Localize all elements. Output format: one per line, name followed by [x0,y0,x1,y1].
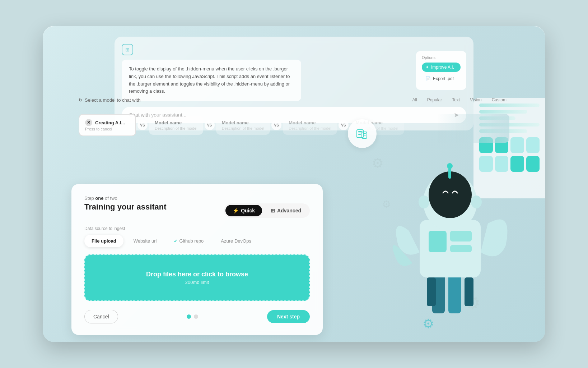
svg-rect-8 [448,270,461,313]
ai-icon-circle [348,119,377,148]
options-panel: Options ✦ Improve A.I. 📄 Export .pdf [416,51,466,90]
gear-icon-2: ⚙ [382,198,391,210]
file-icon: 📄 [425,76,431,81]
step-dot-2 [194,314,198,319]
cancel-button[interactable]: Cancel [84,310,118,323]
svg-point-16 [429,171,472,218]
training-panel: Step one of two Training your assitant ⚡… [71,184,323,335]
gear-icon-1: ⚙ [372,155,384,171]
source-azure-devops[interactable]: Azure DevOps [214,235,258,247]
svg-rect-2 [358,133,362,133]
svg-rect-3 [358,134,361,135]
svg-rect-6 [363,135,366,135]
vs-badge-1: VS [137,120,148,130]
filter-vision[interactable]: Vision [467,96,484,104]
drop-zone-subtitle: 200mb limit [185,280,209,285]
svg-point-17 [419,196,429,208]
creating-model-card[interactable]: ✕ Creating A.I... Press to cancel [79,114,136,136]
file-drop-zone[interactable]: Drop files here or click to browse 200mb… [84,254,310,301]
filter-popular[interactable]: Popular [424,96,445,104]
svg-rect-7 [432,270,445,313]
grid-icon: ⊞ [271,208,275,213]
vs-badge-2: VS [205,120,215,130]
model-card-1[interactable]: Model name Description of the model [149,116,203,135]
svg-rect-14 [450,245,472,252]
source-tabs: File upload Website url ✔ Github repo Az… [84,235,310,247]
check-icon: ✔ [174,238,178,244]
export-pdf-button[interactable]: 📄 Export .pdf [422,74,461,83]
vs-badge-4: VS [339,120,349,130]
chat-message-bubble: To toggle the display of the .hidden-men… [122,60,301,101]
svg-rect-13 [450,231,472,242]
decorative-card [473,98,545,198]
model-cards-row: ✕ Creating A.I... Press to cancel VS Mod… [79,114,509,136]
lightning-icon: ⚡ [233,208,239,213]
step-dots [187,314,198,319]
source-file-upload[interactable]: File upload [84,235,123,247]
source-website-url[interactable]: Website url [126,235,164,247]
options-label: Options [422,55,461,60]
next-step-button[interactable]: Next step [267,310,310,323]
model-filters: All Popular Text Vision Custom [409,96,509,104]
advanced-mode-button[interactable]: ⊞ Advanced [263,205,308,216]
svg-point-20 [447,163,453,169]
quick-mode-button[interactable]: ⚡ Quick [225,205,262,216]
svg-rect-1 [358,131,362,132]
refresh-icon[interactable]: ↻ [79,97,83,103]
model-card-3[interactable]: Model name Description of the model [283,116,337,135]
filter-text[interactable]: Text [449,96,463,104]
svg-rect-0 [357,130,363,138]
chat-message-text: To toggle the display of the .hidden-men… [129,66,290,94]
source-github-repo[interactable]: ✔ Github repo [167,235,211,247]
mode-toggle: ⚡ Quick ⊞ Advanced [224,203,310,218]
svg-rect-19 [448,168,451,179]
drop-zone-title: Drop files here or click to browse [146,271,248,278]
panel-footer: Cancel Next step [84,310,310,323]
close-model-button[interactable]: ✕ [85,119,92,126]
model-selector-label: ↻ Select a model to chat with [79,97,140,103]
step-dot-1 [187,314,191,319]
gear-icon-4: ⚙ [423,316,434,331]
vs-badge-3: VS [271,120,281,130]
improve-ai-button[interactable]: ✦ Improve A.I. [422,63,461,72]
svg-rect-5 [363,133,366,134]
step-label: Step one of two [84,196,310,201]
data-source-label: Data source to ingest [84,226,310,231]
model-card-2[interactable]: Model name Description of the model [216,116,270,135]
svg-rect-9 [427,277,436,306]
training-title: Training your assitant [84,202,167,212]
device-frame: ⊞ To toggle the display of the .hidden-m… [43,26,545,342]
chat-header-icon: ⊞ [122,44,133,55]
sparkle-icon: ✦ [425,65,429,70]
filter-custom[interactable]: Custom [489,96,509,104]
svg-rect-11 [420,220,481,277]
gear-icon-3: ⚙ [465,293,481,313]
model-selector-row: ↻ Select a model to chat with All Popula… [79,96,509,104]
svg-point-15 [423,173,477,231]
svg-rect-12 [429,231,447,252]
filter-all[interactable]: All [409,96,420,104]
